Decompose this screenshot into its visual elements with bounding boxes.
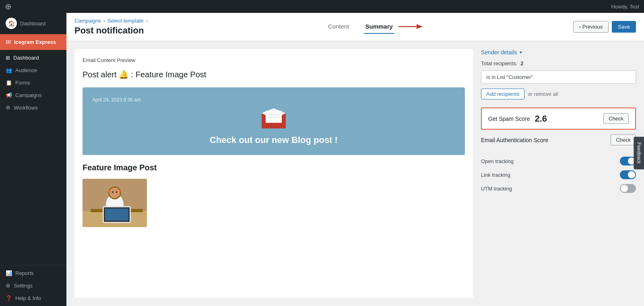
save-button[interactable]: Save: [612, 21, 636, 33]
page-header: Campaigns › Select template › Post notif…: [66, 13, 644, 41]
main-layout: 🏠 Dashboard ✉ Icegram Express ⊞ Dashboar…: [0, 13, 644, 306]
admin-bar: ⊕ ​ ​ ​ Howdy, Test: [0, 0, 644, 13]
link-tracking-label: Link tracking: [481, 172, 510, 178]
spam-check-button[interactable]: Check: [603, 113, 629, 124]
total-recipients-value: 2: [520, 60, 523, 66]
total-recipients-label: Total recipients:: [481, 60, 517, 66]
sidebar-item-audience-label: Audience: [15, 67, 37, 73]
sidebar-item-reports[interactable]: 📊 Reports: [0, 267, 66, 279]
sender-details-label: Sender details: [481, 49, 517, 56]
svg-marker-1: [417, 24, 423, 29]
page-header-buttons: ‹ Previous Save: [573, 21, 636, 33]
utm-tracking-label: UTM tracking: [481, 186, 512, 192]
howdy-text: Howdy, Test: [611, 4, 639, 10]
workflows-icon: ⚙: [6, 105, 10, 111]
sidebar-item-help[interactable]: ❓ Help & Info: [0, 292, 66, 304]
sidebar-item-forms[interactable]: 📋 Forms: [0, 76, 66, 89]
recipients-actions: Add recipients or remove all: [481, 89, 636, 99]
sidebar-item-campaigns[interactable]: 📢 Campaigns: [0, 89, 66, 101]
banner-cta: Check out our new Blog post !: [210, 135, 338, 145]
icegram-icon: ✉: [6, 38, 11, 46]
sidebar-item-reports-label: Reports: [15, 270, 34, 276]
tab-summary[interactable]: Summary: [364, 20, 394, 34]
sender-details-chevron-icon: ▾: [520, 50, 522, 55]
svg-point-14: [112, 191, 114, 193]
email-subject: Post alert 🔔 : Feature Image Post: [83, 70, 465, 79]
audience-icon: 👥: [6, 67, 12, 73]
utm-tracking-knob: [621, 185, 628, 192]
right-panel: Sender details ▾ Total recipients: 2 is …: [481, 49, 636, 298]
link-tracking-slider: [620, 170, 636, 179]
sidebar-nav: ⊞ Dashboard 👥 Audience 📋 Forms 📢 Campaig…: [0, 50, 66, 265]
sidebar-item-dashboard-label: Dashboard: [13, 55, 39, 61]
email-subject-text: Post alert: [83, 70, 119, 79]
content-area: Campaigns › Select template › Post notif…: [66, 13, 644, 306]
auth-score-label: Email Authentication Score: [481, 137, 548, 143]
main-content: Email Content Preview Post alert 🔔 : Fea…: [66, 41, 644, 306]
breadcrumb-campaigns[interactable]: Campaigns: [74, 18, 101, 24]
svg-point-13: [109, 188, 120, 198]
sidebar-item-campaigns-label: Campaigns: [15, 92, 42, 98]
arrow-indicator: [398, 23, 423, 31]
sidebar: 🏠 Dashboard ✉ Icegram Express ⊞ Dashboar…: [0, 13, 66, 306]
sidebar-icegram-express[interactable]: ✉ Icegram Express: [0, 34, 66, 50]
forms-icon: 📋: [6, 80, 12, 86]
tab-content[interactable]: Content: [326, 20, 351, 34]
envelope-icon: [260, 108, 288, 130]
sidebar-item-audience[interactable]: 👥 Audience: [0, 64, 66, 76]
auth-check-button[interactable]: Check: [611, 134, 636, 145]
or-remove-all-text: or remove all: [528, 91, 558, 97]
settings-icon: ⚙: [6, 283, 10, 289]
sidebar-logo-label: Dashboard: [20, 21, 46, 27]
feedback-tab[interactable]: Feedback: [634, 137, 644, 170]
spam-score-value: 2.6: [535, 114, 547, 124]
email-body-title: Feature Image Post: [83, 163, 465, 172]
svg-rect-18: [105, 209, 128, 221]
dashboard-nav-icon: ⊞: [6, 55, 10, 61]
utm-tracking-toggle[interactable]: [620, 184, 636, 193]
bell-icon: 🔔: [119, 70, 129, 79]
sidebar-item-dashboard[interactable]: ⊞ Dashboard: [0, 52, 66, 64]
icegram-label: Icegram Express: [14, 39, 56, 45]
link-tracking-row: Link tracking: [481, 170, 636, 179]
svg-point-15: [116, 191, 118, 193]
sidebar-bottom: 📊 Reports ⚙ Settings ❓ Help & Info: [0, 265, 66, 306]
add-recipients-button[interactable]: Add recipients: [481, 89, 524, 99]
link-tracking-toggle[interactable]: [620, 170, 636, 179]
breadcrumb-sep-1: ›: [103, 18, 105, 24]
admin-bar-items: ​ ​ ​: [18, 4, 34, 10]
sidebar-logo[interactable]: 🏠 Dashboard: [0, 13, 66, 34]
previous-button[interactable]: ‹ Previous: [573, 21, 609, 33]
spam-score-label-group: Get Spam Score 2.6: [488, 114, 547, 124]
spam-score-box: Get Spam Score 2.6 Check: [481, 108, 636, 130]
link-tracking-knob: [628, 171, 635, 178]
person-illustration: [83, 179, 147, 227]
wp-icon: ⊕: [5, 2, 12, 11]
email-banner: April 24, 2023 9:36 am Check out our new…: [83, 87, 465, 155]
help-icon: ❓: [6, 295, 12, 301]
sidebar-item-forms-label: Forms: [15, 80, 30, 86]
breadcrumb-select-template[interactable]: Select template: [107, 18, 144, 24]
reports-icon: 📊: [6, 270, 12, 276]
sidebar-item-settings[interactable]: ⚙ Settings: [0, 279, 66, 292]
list-customer-text: is in List "Customer": [486, 74, 533, 80]
email-preview-label: Email Content Preview: [83, 57, 465, 63]
admin-bar-left: ⊕ ​ ​ ​: [5, 2, 34, 11]
email-subject-rest: : Feature Image Post: [129, 70, 206, 79]
feedback-label: Feedback: [636, 143, 642, 164]
admin-bar-right: Howdy, Test: [611, 4, 639, 10]
sender-details-toggle[interactable]: Sender details ▾: [481, 49, 636, 56]
utm-tracking-slider: [620, 184, 636, 193]
dashboard-icon: 🏠: [6, 18, 17, 29]
sidebar-item-workflows-label: Workflows: [14, 105, 38, 111]
sidebar-item-workflows[interactable]: ⚙ Workflows: [0, 101, 66, 114]
breadcrumb: Campaigns › Select template ›: [74, 18, 148, 24]
sidebar-item-settings-label: Settings: [14, 283, 33, 289]
tabs: Content Summary: [326, 20, 394, 34]
campaigns-icon: 📢: [6, 92, 12, 98]
tracking-section: Open tracking Link tracking: [481, 157, 636, 198]
list-customer-box: is in List "Customer": [481, 70, 636, 84]
page-header-left: Campaigns › Select template › Post notif…: [74, 18, 148, 36]
open-tracking-row: Open tracking: [481, 157, 636, 165]
auth-score-row: Email Authentication Score Check: [481, 134, 636, 145]
